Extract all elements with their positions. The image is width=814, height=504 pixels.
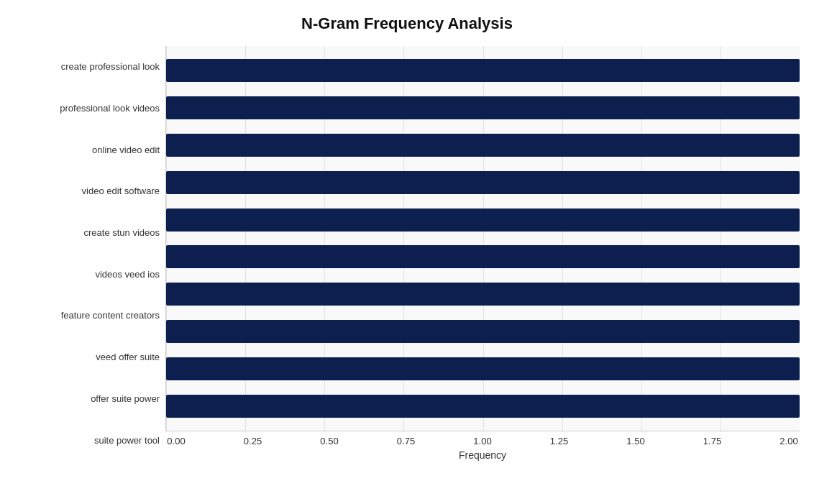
- bar-row: [166, 206, 800, 234]
- bar-row: [166, 243, 800, 270]
- y-axis-label: veed offer suite: [96, 352, 160, 362]
- chart-container: N-Gram Frequency Analysis create profess…: [0, 0, 814, 504]
- x-axis-tick: 1.25: [549, 436, 570, 446]
- y-axis-labels: create professional lookprofessional loo…: [14, 46, 165, 461]
- x-axis-title: Frequency: [165, 449, 800, 461]
- x-axis-tick: 2.00: [778, 436, 800, 446]
- bar: [166, 171, 800, 194]
- x-axis-tick: 0.75: [395, 436, 417, 446]
- bar-row: [166, 318, 800, 345]
- y-axis-label: create stun videos: [83, 228, 160, 237]
- y-axis-label: professional look videos: [60, 104, 160, 113]
- x-axis-tick: 1.50: [625, 436, 646, 446]
- x-axis-container: 0.000.250.500.751.001.251.501.752.00 Fre…: [165, 431, 800, 461]
- bar-row: [166, 393, 800, 420]
- x-axis-tick: 0.00: [165, 436, 187, 446]
- grid-and-bars: [165, 46, 800, 431]
- bar: [166, 209, 800, 232]
- x-axis-tick: 0.50: [319, 436, 340, 446]
- chart-area: create professional lookprofessional loo…: [14, 46, 800, 461]
- bar: [166, 320, 800, 343]
- bars-and-grid: 0.000.250.500.751.001.251.501.752.00 Fre…: [165, 46, 800, 461]
- bar-row: [166, 132, 800, 159]
- chart-title: N-Gram Frequency Analysis: [301, 14, 513, 33]
- y-axis-label: video edit software: [82, 186, 160, 196]
- bar: [166, 357, 800, 380]
- x-axis-tick: 1.00: [472, 436, 493, 446]
- x-axis-tick: 0.25: [242, 436, 264, 446]
- x-axis-tick: 1.75: [702, 436, 723, 446]
- bar: [166, 245, 800, 268]
- bar-row: [166, 169, 800, 196]
- bars-wrapper: [166, 46, 800, 431]
- bar-row: [166, 355, 800, 382]
- y-axis-label: online video edit: [92, 145, 160, 155]
- bar-row: [166, 280, 800, 308]
- bar: [166, 283, 800, 306]
- y-axis-label: create professional look: [61, 62, 160, 71]
- y-axis-label: videos veed ios: [95, 270, 160, 279]
- bar: [166, 395, 800, 418]
- bar: [166, 59, 800, 82]
- bar: [166, 96, 800, 119]
- bar-row: [166, 94, 800, 122]
- bar: [166, 134, 800, 157]
- y-axis-label: offer suite power: [91, 394, 160, 403]
- y-axis-label: feature content creators: [61, 311, 160, 320]
- y-axis-label: suite power tool: [94, 436, 160, 445]
- x-axis-labels: 0.000.250.500.751.001.251.501.752.00: [165, 431, 800, 446]
- bar-row: [166, 57, 800, 84]
